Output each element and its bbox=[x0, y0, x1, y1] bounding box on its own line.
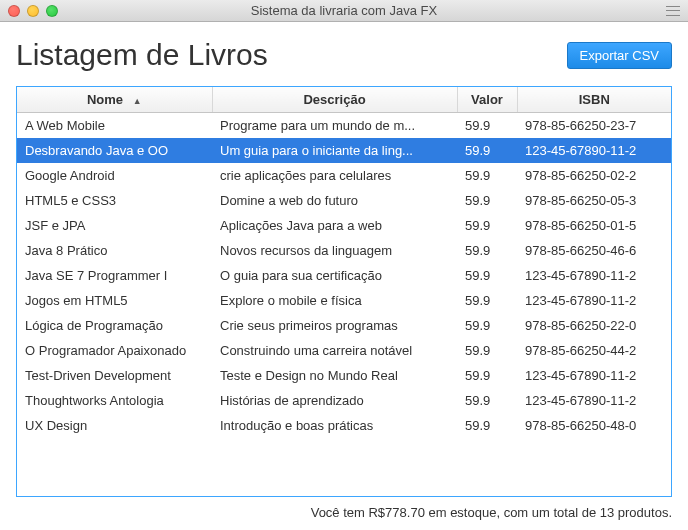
table-row[interactable]: Jogos em HTML5Explore o mobile e física5… bbox=[17, 288, 671, 313]
cell-desc: O guia para sua certificação bbox=[212, 263, 457, 288]
window-titlebar: Sistema da livraria com Java FX bbox=[0, 0, 688, 22]
table-header-row: Nome ▲ Descrição Valor ISBN bbox=[17, 87, 671, 113]
cell-desc: Teste e Design no Mundo Real bbox=[212, 363, 457, 388]
cell-nome: Google Android bbox=[17, 163, 212, 188]
cell-nome: A Web Mobile bbox=[17, 113, 212, 139]
cell-isbn: 978-85-66250-01-5 bbox=[517, 213, 671, 238]
table-row[interactable]: O Programador ApaixonadoConstruindo uma … bbox=[17, 338, 671, 363]
cell-nome: HTML5 e CSS3 bbox=[17, 188, 212, 213]
close-icon[interactable] bbox=[8, 5, 20, 17]
export-csv-button[interactable]: Exportar CSV bbox=[567, 42, 672, 69]
cell-isbn: 978-85-66250-05-3 bbox=[517, 188, 671, 213]
table-row[interactable]: Java SE 7 Programmer IO guia para sua ce… bbox=[17, 263, 671, 288]
cell-isbn: 978-85-66250-46-6 bbox=[517, 238, 671, 263]
cell-nome: Desbravando Java e OO bbox=[17, 138, 212, 163]
cell-desc: Domine a web do futuro bbox=[212, 188, 457, 213]
cell-valor: 59.9 bbox=[457, 263, 517, 288]
cell-nome: O Programador Apaixonado bbox=[17, 338, 212, 363]
cell-desc: Aplicações Java para a web bbox=[212, 213, 457, 238]
cell-isbn: 978-85-66250-23-7 bbox=[517, 113, 671, 139]
cell-valor: 59.9 bbox=[457, 138, 517, 163]
cell-desc: Programe para um mundo de m... bbox=[212, 113, 457, 139]
toolbar-toggle-icon[interactable] bbox=[666, 6, 680, 16]
window-title: Sistema da livraria com Java FX bbox=[0, 3, 688, 18]
table-row[interactable]: JSF e JPAAplicações Java para a web59.99… bbox=[17, 213, 671, 238]
zoom-icon[interactable] bbox=[46, 5, 58, 17]
table-row[interactable]: Desbravando Java e OOUm guia para o inic… bbox=[17, 138, 671, 163]
cell-valor: 59.9 bbox=[457, 188, 517, 213]
cell-isbn: 978-85-66250-48-0 bbox=[517, 413, 671, 438]
table-body: A Web MobilePrograme para um mundo de m.… bbox=[17, 113, 671, 439]
cell-valor: 59.9 bbox=[457, 163, 517, 188]
cell-valor: 59.9 bbox=[457, 413, 517, 438]
table-row[interactable]: A Web MobilePrograme para um mundo de m.… bbox=[17, 113, 671, 139]
cell-valor: 59.9 bbox=[457, 113, 517, 139]
table-row[interactable]: Thoughtworks AntologiaHistórias de apren… bbox=[17, 388, 671, 413]
cell-isbn: 123-45-67890-11-2 bbox=[517, 263, 671, 288]
cell-valor: 59.9 bbox=[457, 213, 517, 238]
cell-desc: crie aplicações para celulares bbox=[212, 163, 457, 188]
cell-nome: JSF e JPA bbox=[17, 213, 212, 238]
books-table[interactable]: Nome ▲ Descrição Valor ISBN A Web Mobile… bbox=[17, 87, 671, 438]
footer-summary: Você tem R$778.70 em estoque, com um tot… bbox=[16, 505, 672, 520]
cell-isbn: 978-85-66250-22-0 bbox=[517, 313, 671, 338]
column-header-valor[interactable]: Valor bbox=[457, 87, 517, 113]
cell-valor: 59.9 bbox=[457, 363, 517, 388]
window-controls bbox=[8, 5, 58, 17]
cell-isbn: 123-45-67890-11-2 bbox=[517, 138, 671, 163]
table-row[interactable]: Google Androidcrie aplicações para celul… bbox=[17, 163, 671, 188]
sort-ascending-icon: ▲ bbox=[133, 96, 142, 106]
table-row[interactable]: Java 8 PráticoNovos recursos da linguage… bbox=[17, 238, 671, 263]
content-area: Listagem de Livros Exportar CSV Nome ▲ D… bbox=[0, 22, 688, 530]
cell-valor: 59.9 bbox=[457, 313, 517, 338]
cell-valor: 59.9 bbox=[457, 288, 517, 313]
cell-nome: Java SE 7 Programmer I bbox=[17, 263, 212, 288]
cell-desc: Explore o mobile e física bbox=[212, 288, 457, 313]
cell-valor: 59.9 bbox=[457, 238, 517, 263]
table-row[interactable]: Test-Driven DevelopmentTeste e Design no… bbox=[17, 363, 671, 388]
cell-desc: Crie seus primeiros programas bbox=[212, 313, 457, 338]
cell-desc: Construindo uma carreira notável bbox=[212, 338, 457, 363]
cell-isbn: 978-85-66250-44-2 bbox=[517, 338, 671, 363]
cell-nome: Thoughtworks Antologia bbox=[17, 388, 212, 413]
cell-valor: 59.9 bbox=[457, 338, 517, 363]
page-title: Listagem de Livros bbox=[16, 38, 268, 72]
table-row[interactable]: HTML5 e CSS3Domine a web do futuro59.997… bbox=[17, 188, 671, 213]
cell-desc: Um guia para o iniciante da ling... bbox=[212, 138, 457, 163]
cell-nome: Jogos em HTML5 bbox=[17, 288, 212, 313]
cell-isbn: 123-45-67890-11-2 bbox=[517, 363, 671, 388]
cell-desc: Histórias de aprendizado bbox=[212, 388, 457, 413]
cell-isbn: 123-45-67890-11-2 bbox=[517, 288, 671, 313]
cell-desc: Novos recursos da linguagem bbox=[212, 238, 457, 263]
cell-isbn: 123-45-67890-11-2 bbox=[517, 388, 671, 413]
column-header-isbn[interactable]: ISBN bbox=[517, 87, 671, 113]
table-row[interactable]: UX DesignIntrodução e boas práticas59.99… bbox=[17, 413, 671, 438]
table-row[interactable]: Lógica de ProgramaçãoCrie seus primeiros… bbox=[17, 313, 671, 338]
minimize-icon[interactable] bbox=[27, 5, 39, 17]
cell-nome: Java 8 Prático bbox=[17, 238, 212, 263]
column-header-nome[interactable]: Nome ▲ bbox=[17, 87, 212, 113]
header-row: Listagem de Livros Exportar CSV bbox=[16, 38, 672, 72]
cell-nome: Lógica de Programação bbox=[17, 313, 212, 338]
cell-nome: Test-Driven Development bbox=[17, 363, 212, 388]
cell-valor: 59.9 bbox=[457, 388, 517, 413]
cell-nome: UX Design bbox=[17, 413, 212, 438]
cell-isbn: 978-85-66250-02-2 bbox=[517, 163, 671, 188]
books-table-container: Nome ▲ Descrição Valor ISBN A Web Mobile… bbox=[16, 86, 672, 497]
cell-desc: Introdução e boas práticas bbox=[212, 413, 457, 438]
column-label: Nome bbox=[87, 92, 123, 107]
column-header-descricao[interactable]: Descrição bbox=[212, 87, 457, 113]
